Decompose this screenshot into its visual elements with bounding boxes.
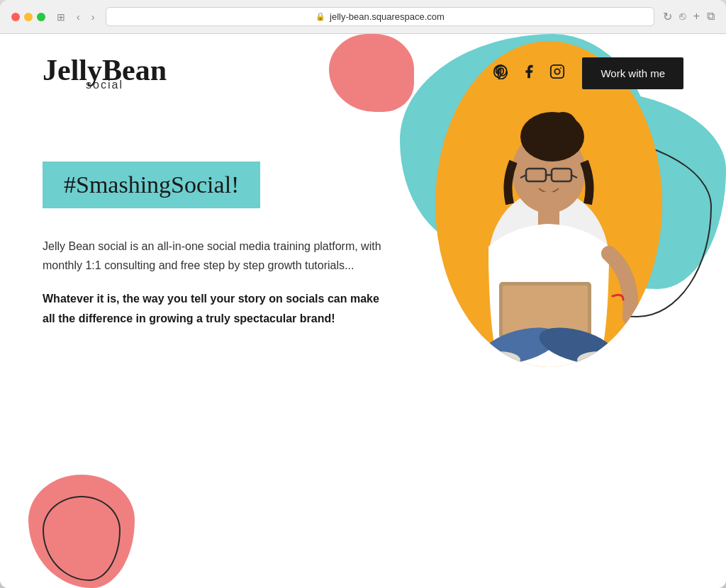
tabs-icon[interactable]: ⧉ [707, 10, 715, 23]
pinterest-icon[interactable] [493, 64, 508, 83]
website-content: JellyBean social [0, 34, 726, 588]
nav-right: Work with me [493, 57, 683, 89]
person-illustration [442, 62, 655, 367]
svg-point-6 [549, 112, 577, 140]
hashtag-banner: #SmashingSocial! [43, 162, 260, 208]
hashtag-text: #SmashingSocial! [64, 171, 239, 198]
browser-navigation: ⊞ ‹ › [54, 10, 97, 24]
forward-icon[interactable]: › [89, 10, 98, 24]
back-icon[interactable]: ‹ [74, 10, 83, 24]
facebook-icon[interactable] [521, 64, 537, 83]
browser-chrome: ⊞ ‹ › 🔒 jelly-bean.squarespace.com ↻ ⎋ +… [0, 0, 726, 34]
svg-point-2 [561, 67, 562, 69]
minimize-button[interactable] [24, 13, 33, 21]
svg-rect-0 [551, 64, 564, 77]
logo-subtext: social [86, 79, 123, 91]
maximize-button[interactable] [37, 13, 45, 21]
browser-window: ⊞ ‹ › 🔒 jelly-bean.squarespace.com ↻ ⎋ +… [0, 0, 726, 588]
svg-point-1 [555, 69, 560, 74]
traffic-lights [11, 13, 45, 21]
address-bar[interactable]: 🔒 jelly-bean.squarespace.com [106, 7, 654, 26]
browser-actions: ↻ ⎋ + ⧉ [663, 10, 715, 23]
url-text: jelly-bean.squarespace.com [330, 11, 445, 22]
left-content: #SmashingSocial! Jelly Bean social is an… [43, 119, 383, 328]
new-tab-icon[interactable]: + [693, 10, 700, 23]
close-button[interactable] [11, 13, 20, 21]
hero-bold-text: Whatever it is, the way you tell your st… [43, 289, 383, 327]
svg-rect-7 [538, 204, 559, 225]
work-with-me-button[interactable]: Work with me [582, 57, 683, 89]
sidebar-toggle-icon[interactable]: ⊞ [54, 10, 68, 24]
reload-icon[interactable]: ↻ [663, 10, 672, 23]
share-icon[interactable]: ⎋ [679, 10, 686, 23]
social-icons [493, 64, 565, 83]
lock-icon: 🔒 [315, 12, 325, 21]
hero-description: Jelly Bean social is an all-in-one socia… [43, 237, 383, 275]
site-header: JellyBean social [0, 34, 726, 105]
instagram-icon[interactable] [549, 64, 565, 83]
svg-rect-15 [503, 285, 588, 335]
site-logo: JellyBean social [43, 55, 167, 91]
svg-point-13 [540, 191, 557, 203]
